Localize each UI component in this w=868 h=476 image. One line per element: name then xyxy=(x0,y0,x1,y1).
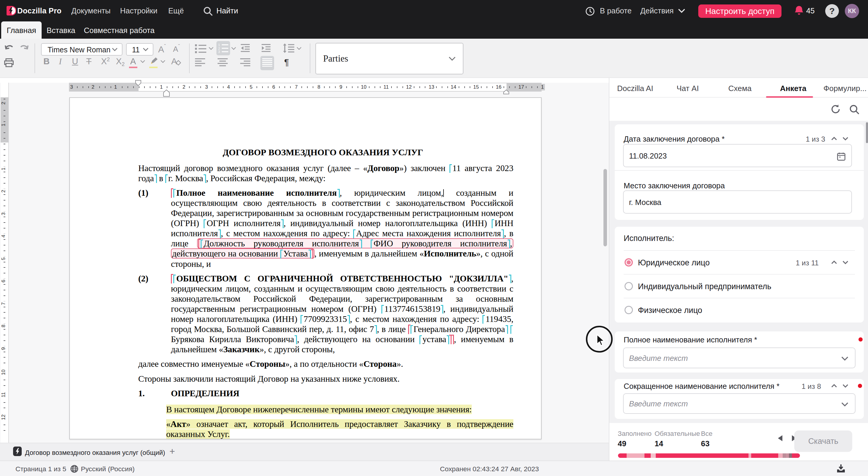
svg-text:1: 1 xyxy=(218,43,220,47)
svg-text:2: 2 xyxy=(218,47,220,50)
svg-text:3: 3 xyxy=(218,50,220,53)
